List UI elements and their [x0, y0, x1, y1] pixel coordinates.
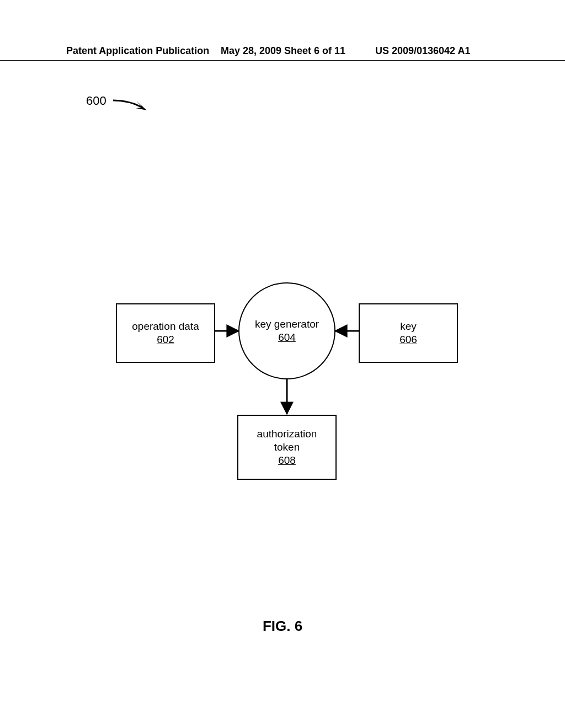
operation-data-label: operation data — [132, 320, 199, 333]
authorization-token-label-1: authorization — [257, 427, 317, 441]
page: Patent Application Publication May 28, 2… — [0, 0, 565, 728]
key-generator-circle: key generator 604 — [238, 282, 335, 379]
authorization-token-box: authorization token 608 — [237, 415, 337, 480]
operation-data-number: 602 — [157, 333, 174, 346]
key-number: 606 — [399, 333, 417, 346]
key-generator-label: key generator — [255, 318, 319, 331]
authorization-token-number: 608 — [278, 454, 296, 467]
key-box: key 606 — [359, 303, 458, 363]
key-label: key — [400, 320, 417, 333]
key-generator-number: 604 — [278, 331, 296, 344]
authorization-token-label-2: token — [274, 441, 300, 454]
figure-caption: FIG. 6 — [0, 618, 565, 635]
operation-data-box: operation data 602 — [116, 303, 215, 363]
